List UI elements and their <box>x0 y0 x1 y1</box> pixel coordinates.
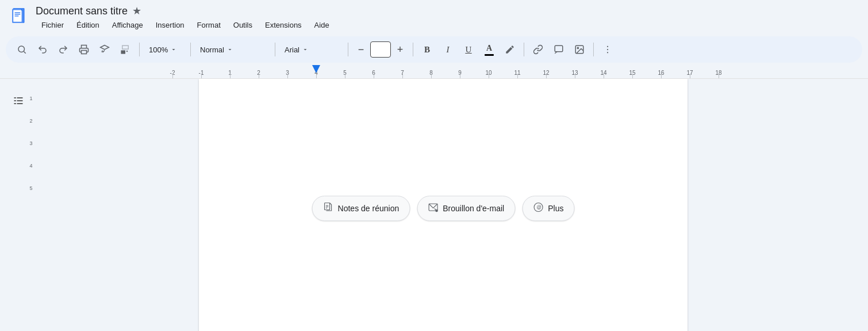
font-size-input[interactable]: 11 <box>370 41 391 58</box>
ruler-line <box>719 74 719 78</box>
ruler: -2-1123456789101112131415161718 <box>0 65 868 79</box>
more-label: Plus <box>548 204 563 213</box>
font-value: Arial <box>285 45 299 54</box>
ruler-line <box>316 74 317 78</box>
paint-format-button[interactable] <box>116 40 135 59</box>
email-draft-icon <box>428 202 438 215</box>
ruler-line <box>460 74 460 78</box>
bold-button[interactable]: B <box>418 40 436 59</box>
zoom-dropdown[interactable]: 100% <box>144 43 186 56</box>
svg-rect-10 <box>82 51 87 54</box>
link-button[interactable] <box>529 40 547 59</box>
menu-extensions[interactable]: Extensions <box>259 18 308 32</box>
svg-point-8 <box>18 46 25 52</box>
svg-rect-7 <box>14 15 18 16</box>
redo-button[interactable] <box>54 40 72 59</box>
font-size-area: − 11 + <box>353 41 408 58</box>
more-button[interactable] <box>598 40 617 59</box>
ruler-line <box>690 74 690 78</box>
ruler-line <box>661 74 662 78</box>
font-size-decrease-button[interactable]: − <box>353 41 369 58</box>
meeting-notes-icon <box>323 202 333 215</box>
italic-button[interactable]: I <box>439 40 457 59</box>
menu-edition[interactable]: Édition <box>71 18 105 32</box>
svg-point-32 <box>435 209 438 212</box>
main-area: 1 2 3 4 5 <box>0 79 868 331</box>
print-button[interactable] <box>75 40 93 59</box>
ai-chips: Notes de réunion Brouillon d'e-mail <box>312 196 575 221</box>
doc-page[interactable]: Notes de réunion Brouillon d'e-mail <box>199 79 688 331</box>
svg-rect-26 <box>325 203 330 210</box>
star-icon[interactable]: ★ <box>132 5 141 17</box>
menu-outils[interactable]: Outils <box>228 18 258 32</box>
ruler-line <box>374 74 374 78</box>
doc-title[interactable]: Document sans titre <box>36 5 128 17</box>
ruler-line <box>345 74 345 78</box>
ruler-line <box>230 74 231 78</box>
toolbar: A 100% Normal Arial − 11 + B <box>6 36 862 63</box>
ruler-line <box>604 74 604 78</box>
ruler-line <box>431 74 432 78</box>
divider-4 <box>348 43 348 56</box>
image-button[interactable] <box>570 40 589 59</box>
menu-affichage[interactable]: Affichage <box>106 18 149 32</box>
svg-point-16 <box>577 47 578 48</box>
svg-rect-6 <box>14 14 20 14</box>
svg-rect-5 <box>14 12 20 13</box>
email-draft-label: Brouillon d'e-mail <box>443 204 504 213</box>
text-color-bar <box>485 54 494 56</box>
menu-format[interactable]: Format <box>191 18 226 32</box>
divider-7 <box>593 43 594 56</box>
email-draft-chip[interactable]: Brouillon d'e-mail <box>417 196 515 221</box>
svg-point-17 <box>607 46 608 47</box>
left-sidebar: 1 2 3 4 5 <box>0 79 37 331</box>
zoom-value: 100% <box>149 45 168 54</box>
text-color-button[interactable]: A <box>480 40 498 59</box>
app-logo <box>9 8 30 29</box>
ruler-cursor <box>312 65 320 73</box>
style-value: Normal <box>200 45 224 54</box>
ruler-line <box>259 74 259 78</box>
spelling-button[interactable]: A <box>95 40 114 59</box>
ruler-line <box>201 74 202 78</box>
doc-area: Notes de réunion Brouillon d'e-mail <box>37 79 850 331</box>
svg-point-19 <box>607 52 608 53</box>
divider-1 <box>139 43 140 56</box>
svg-text:@: @ <box>536 205 541 210</box>
doc-title-row: Document sans titre ★ <box>36 5 335 17</box>
ruler-line <box>172 74 173 78</box>
menu-bar: Fichier Édition Affichage Insertion Form… <box>36 18 335 32</box>
divider-3 <box>275 43 275 56</box>
meeting-notes-chip[interactable]: Notes de réunion <box>312 196 410 221</box>
svg-line-9 <box>24 51 25 53</box>
style-dropdown[interactable]: Normal <box>195 43 270 56</box>
doc-title-area: Document sans titre ★ Fichier Édition Af… <box>36 5 335 32</box>
highlight-button[interactable] <box>501 40 519 59</box>
ruler-line <box>489 74 489 78</box>
more-chip[interactable]: @ Plus <box>522 196 574 221</box>
svg-point-18 <box>607 49 608 50</box>
right-panel <box>850 79 868 331</box>
meeting-notes-label: Notes de réunion <box>338 204 400 213</box>
search-button[interactable] <box>13 40 31 59</box>
menu-insertion[interactable]: Insertion <box>150 18 190 32</box>
comment-button[interactable] <box>550 40 568 59</box>
title-bar: Document sans titre ★ Fichier Édition Af… <box>0 0 868 34</box>
divider-6 <box>524 43 524 56</box>
menu-aide[interactable]: Aide <box>309 18 335 32</box>
svg-rect-13 <box>555 45 563 52</box>
ruler-inner: -2-1123456789101112131415161718 <box>0 65 868 78</box>
ruler-line <box>287 74 288 78</box>
undo-button[interactable] <box>33 40 52 59</box>
divider-5 <box>413 43 413 56</box>
menu-fichier[interactable]: Fichier <box>36 18 70 32</box>
ruler-line <box>517 74 518 78</box>
font-dropdown[interactable]: Arial <box>280 43 343 56</box>
ruler-line <box>546 74 547 78</box>
ruler-line <box>632 74 633 78</box>
underline-button[interactable]: U <box>459 40 478 59</box>
more-chip-icon: @ <box>533 202 543 215</box>
font-size-increase-button[interactable]: + <box>392 41 408 58</box>
ruler-line <box>575 74 575 78</box>
svg-rect-12 <box>121 51 126 54</box>
